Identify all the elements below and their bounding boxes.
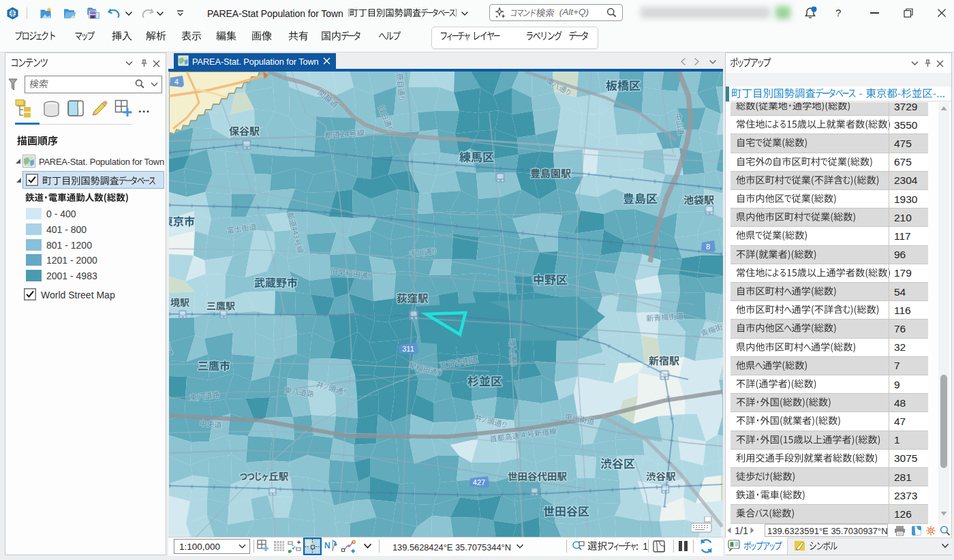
svg-text:8: 8 <box>706 242 710 250</box>
svg-text:4: 4 <box>174 77 179 85</box>
svg-text:427: 427 <box>473 478 485 486</box>
svg-text:N: N <box>324 541 330 550</box>
svg-text:311: 311 <box>402 344 414 352</box>
